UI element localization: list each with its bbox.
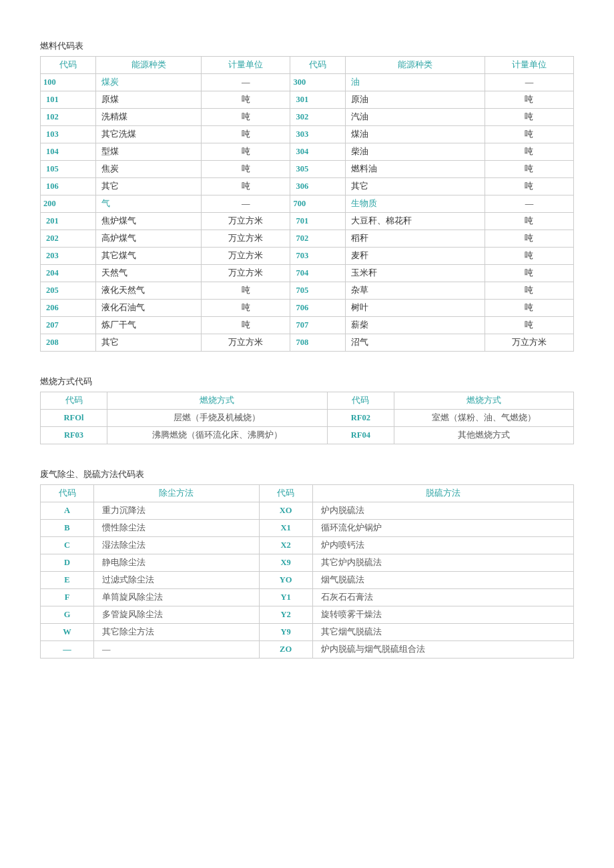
fuel-left-unit: 吨	[202, 300, 290, 317]
fuel-right-name: 杂草	[346, 282, 485, 300]
fuel-table-row: 106其它吨306其它吨	[41, 178, 574, 195]
fuel-right-code: 301	[290, 91, 346, 109]
comb-header-method1: 燃烧方式	[107, 392, 328, 410]
fuel-right-unit: 吨	[485, 213, 573, 230]
fuel-left-unit: 万立方米	[202, 248, 290, 265]
desulf-method: 其它烟气脱硫法	[312, 624, 573, 641]
fuel-right-name: 生物质	[346, 195, 485, 213]
fuel-right-unit: 吨	[485, 230, 573, 248]
dust-code: W	[41, 624, 94, 641]
desulf-code: YO	[259, 572, 312, 589]
fuel-header-name2: 能源种类	[346, 57, 485, 74]
fuel-right-name: 汽油	[346, 109, 485, 126]
fuel-left-name: 原煤	[95, 91, 201, 109]
fuel-left-name: 焦炉煤气	[95, 213, 201, 230]
fuel-left-name: 天然气	[95, 265, 201, 282]
comb-table-row: RF03沸腾燃烧（循环流化床、沸腾炉）RF04其他燃烧方式	[41, 427, 574, 444]
fuel-left-code: 104	[41, 143, 96, 161]
desulf-method: 石灰石石膏法	[312, 589, 573, 606]
fuel-right-name: 玉米秆	[346, 265, 485, 282]
dust-code: A	[41, 502, 94, 520]
fuel-left-code: 105	[41, 161, 96, 178]
fuel-table-row: 100煤炭—300油—	[41, 74, 574, 91]
comb-left-code: RFOl	[41, 410, 107, 427]
fuel-table-row: 204天然气万立方米704玉米秆吨	[41, 265, 574, 282]
fuel-table: 代码 能源种类 计量单位 代码 能源种类 计量单位 100煤炭—300油—101…	[40, 56, 574, 352]
dust-header-code2: 代码	[259, 485, 312, 502]
dust-code: D	[41, 554, 94, 572]
fuel-left-unit: 吨	[202, 91, 290, 109]
dust-table-row: A重力沉降法XO炉内脱硫法	[41, 502, 574, 520]
fuel-right-code: 706	[290, 300, 346, 317]
fuel-right-name: 麦秆	[346, 248, 485, 265]
fuel-left-code: 208	[41, 334, 96, 352]
fuel-right-code: 300	[290, 74, 346, 91]
fuel-left-code: 101	[41, 91, 96, 109]
fuel-header-name1: 能源种类	[95, 57, 201, 74]
desulf-method: 循环流化炉锅炉	[312, 520, 573, 537]
fuel-left-name: 炼厂干气	[95, 317, 201, 334]
fuel-left-unit: 万立方米	[202, 230, 290, 248]
fuel-right-code: 703	[290, 248, 346, 265]
fuel-right-name: 树叶	[346, 300, 485, 317]
comb-right-code: RF04	[327, 427, 394, 444]
dust-table-row: B惯性除尘法X1循环流化炉锅炉	[41, 520, 574, 537]
dust-method: 单筒旋风除尘法	[94, 589, 260, 606]
dust-code: C	[41, 537, 94, 554]
fuel-right-code: 701	[290, 213, 346, 230]
fuel-table-row: 101原煤吨301原油吨	[41, 91, 574, 109]
fuel-left-name: 其它	[95, 178, 201, 195]
fuel-left-unit: 万立方米	[202, 334, 290, 352]
fuel-right-unit: 吨	[485, 248, 573, 265]
comb-table-row: RFOl层燃（手烧及机械烧）RF02室燃（煤粉、油、气燃烧）	[41, 410, 574, 427]
fuel-left-unit: —	[202, 195, 290, 213]
dust-code: G	[41, 606, 94, 624]
fuel-left-unit: 吨	[202, 282, 290, 300]
dust-code: —	[41, 641, 94, 659]
desulf-code: Y9	[259, 624, 312, 641]
fuel-right-unit: 吨	[485, 282, 573, 300]
fuel-right-name: 沼气	[346, 334, 485, 352]
fuel-right-unit: 吨	[485, 317, 573, 334]
combustion-table-title: 燃烧方式代码	[40, 376, 574, 388]
fuel-right-code: 303	[290, 126, 346, 143]
fuel-left-unit: 吨	[202, 109, 290, 126]
combustion-table: 代码 燃烧方式 代码 燃烧方式 RFOl层燃（手烧及机械烧）RF02室燃（煤粉、…	[40, 392, 574, 444]
dust-header-row: 代码 除尘方法 代码 脱硫方法	[41, 485, 574, 502]
fuel-left-name: 其它洗煤	[95, 126, 201, 143]
fuel-header-unit1: 计量单位	[202, 57, 290, 74]
desulf-code: ZO	[259, 641, 312, 659]
fuel-right-unit: 吨	[485, 300, 573, 317]
fuel-table-row: 201焦炉煤气万立方米701大豆秆、棉花秆吨	[41, 213, 574, 230]
fuel-right-name: 油	[346, 74, 485, 91]
desulf-method: 炉内脱硫与烟气脱硫组合法	[312, 641, 573, 659]
fuel-left-name: 液化石油气	[95, 300, 201, 317]
fuel-right-code: 705	[290, 282, 346, 300]
fuel-right-name: 煤油	[346, 126, 485, 143]
comb-left-code: RF03	[41, 427, 107, 444]
fuel-left-name: 型煤	[95, 143, 201, 161]
fuel-right-unit: 吨	[485, 143, 573, 161]
fuel-left-code: 100	[41, 74, 96, 91]
fuel-right-unit: 吨	[485, 126, 573, 143]
fuel-left-code: 102	[41, 109, 96, 126]
fuel-section: 燃料代码表 代码 能源种类 计量单位 代码 能源种类 计量单位 100煤炭—30…	[40, 40, 574, 352]
fuel-left-code: 203	[41, 248, 96, 265]
dust-section: 废气除尘、脱硫方法代码表 代码 除尘方法 代码 脱硫方法 A重力沉降法XO炉内脱…	[40, 468, 574, 659]
dust-table-title: 废气除尘、脱硫方法代码表	[40, 468, 574, 480]
fuel-header-code1: 代码	[41, 57, 96, 74]
fuel-left-code: 202	[41, 230, 96, 248]
dust-table-row: E过滤式除尘法YO烟气脱硫法	[41, 572, 574, 589]
fuel-right-code: 306	[290, 178, 346, 195]
dust-header-method2: 脱硫方法	[312, 485, 573, 502]
desulf-method: 炉内脱硫法	[312, 502, 573, 520]
fuel-table-header-row: 代码 能源种类 计量单位 代码 能源种类 计量单位	[41, 57, 574, 74]
fuel-right-unit: 吨	[485, 109, 573, 126]
dust-method: 多管旋风除尘法	[94, 606, 260, 624]
dust-header-method1: 除尘方法	[94, 485, 260, 502]
fuel-left-code: 207	[41, 317, 96, 334]
desulf-code: XO	[259, 502, 312, 520]
comb-header-code2: 代码	[327, 392, 394, 410]
dust-table-row: D静电除尘法X9其它炉内脱硫法	[41, 554, 574, 572]
desulf-code: X2	[259, 537, 312, 554]
